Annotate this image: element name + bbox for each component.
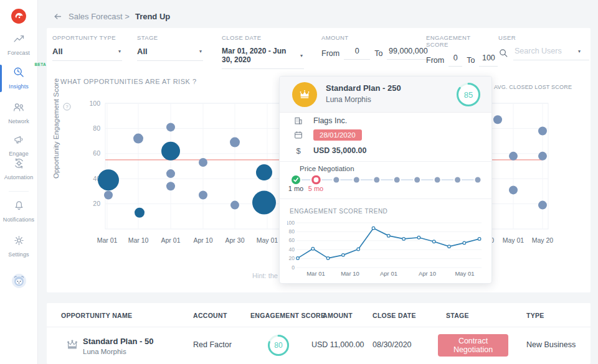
filter-label: OPPORTUNITY TYPE — [52, 34, 122, 41]
type-cell: New Business — [526, 340, 576, 349]
trend-point[interactable] — [417, 236, 420, 239]
opportunity-bubble[interactable] — [252, 191, 276, 215]
opportunity-bubble[interactable] — [98, 169, 119, 190]
filter-label: USER — [498, 34, 589, 41]
stage-dot — [414, 177, 420, 183]
y-axis-tick: 100 — [287, 220, 295, 226]
sidebar-item-network[interactable]: Network — [0, 101, 37, 124]
search-users-input[interactable] — [513, 46, 574, 56]
divider — [280, 198, 493, 199]
opportunity-bubble[interactable] — [199, 158, 207, 167]
svg-text:85: 85 — [464, 90, 473, 100]
stage-button[interactable]: Contract Negotiation — [438, 334, 508, 357]
trend-point[interactable] — [311, 247, 315, 250]
opportunity-bubble[interactable] — [538, 201, 547, 210]
trend-point[interactable] — [387, 235, 391, 238]
trend-point[interactable] — [326, 257, 330, 260]
trend-up-icon — [12, 37, 26, 47]
opportunity-title: Standard Plan - 250 — [326, 83, 401, 93]
opportunity-bubble[interactable] — [256, 164, 272, 180]
stage-dot — [354, 177, 359, 183]
account-cell: Red Factor — [193, 340, 232, 349]
col-header-amount: AMOUNT — [323, 312, 353, 319]
trend-point[interactable] — [448, 245, 451, 248]
breadcrumb-current: Trend Up — [135, 12, 170, 21]
filter-label: CLOSE DATE — [222, 34, 304, 41]
x-axis-tick: Apr 01 — [380, 270, 397, 277]
account-name: Flags Inc. — [313, 116, 347, 125]
trend-point[interactable] — [297, 257, 300, 260]
sidebar-item-forecast[interactable]: Forecast — [0, 32, 37, 56]
amount-from-input[interactable] — [344, 47, 370, 60]
stage-dot — [455, 177, 460, 183]
sidebar-item-engage[interactable]: Engage — [0, 133, 37, 157]
trend-point[interactable] — [478, 238, 481, 241]
bot-avatar[interactable] — [11, 273, 27, 289]
stage-dot-completed — [292, 175, 300, 184]
sidebar-item-label: Notifications — [0, 217, 37, 223]
opportunity-bubble[interactable] — [133, 134, 143, 144]
opportunity-bubble[interactable] — [230, 138, 240, 147]
opportunity-bubble[interactable] — [538, 126, 547, 135]
breadcrumb-path[interactable]: Sales Forecast > — [69, 12, 130, 21]
sidebar-item-insights[interactable]: BETA Insights — [0, 66, 37, 90]
app-logo-icon[interactable] — [11, 8, 27, 24]
trend-point[interactable] — [463, 241, 466, 245]
score-to-input[interactable] — [479, 54, 498, 67]
opportunity-bubble[interactable] — [166, 123, 175, 131]
x-axis-tick: May 01 — [503, 236, 524, 244]
dollar-icon: $ — [293, 146, 303, 156]
user-select[interactable]: ▾ — [513, 46, 589, 60]
opportunity-type-select[interactable]: All▾ — [52, 45, 122, 61]
amount-to-input[interactable] — [387, 47, 429, 60]
opportunity-bubble[interactable] — [538, 152, 547, 161]
trend-point[interactable] — [357, 248, 360, 251]
x-axis-tick: Apr 10 — [419, 270, 436, 277]
stage-select[interactable]: All▾ — [137, 45, 203, 61]
chevron-down-icon: ▾ — [199, 49, 202, 54]
filter-label: ENGAGEMENT SCORE — [426, 34, 490, 48]
trend-point[interactable] — [372, 226, 375, 230]
svg-text:80: 80 — [274, 341, 283, 350]
trend-point[interactable] — [432, 240, 435, 243]
opportunity-bubble[interactable] — [104, 190, 113, 199]
opportunity-bubble[interactable] — [493, 115, 502, 124]
opportunity-bubble[interactable] — [509, 152, 518, 161]
sidebar-item-label: Settings — [0, 251, 37, 258]
filter-close-date: CLOSE DATE Mar 01, 2020 - Jun 30, 2020▾ — [222, 34, 304, 69]
chart-hint: Hint: the — [252, 272, 278, 279]
help-icon[interactable]: ? — [63, 103, 71, 111]
trend-point[interactable] — [402, 238, 406, 241]
opportunity-bubble[interactable] — [230, 201, 239, 210]
opportunity-bubble[interactable] — [135, 208, 145, 218]
opportunity-bubble[interactable] — [509, 185, 518, 194]
automation-gear-icon — [12, 161, 26, 172]
opportunity-bubble[interactable] — [166, 182, 175, 190]
table-row[interactable]: Standard Plan - 50 Luna Morphis Red Fact… — [47, 327, 591, 364]
avg-closed-lost-legend: AVG. CLOSED LOST SCORE — [494, 84, 572, 90]
bell-icon — [12, 203, 26, 214]
filter-amount: AMOUNT From To — [321, 34, 421, 60]
y-axis-tick: 20 — [289, 255, 295, 261]
close-date-badge: 28/01/2020 — [313, 129, 362, 141]
sidebar-item-automation[interactable]: Automation — [0, 157, 37, 180]
x-axis-tick: May 01 — [455, 270, 474, 277]
sidebar-item-label: Engage — [0, 151, 37, 157]
popup-header: Standard Plan - 250 Luna Morphis 85 — [280, 77, 491, 113]
chevron-down-icon: ▾ — [578, 49, 581, 54]
back-arrow-icon[interactable] — [52, 11, 63, 22]
amount-to-label: To — [374, 49, 382, 58]
y-axis-tick: 100 — [89, 100, 100, 107]
chevron-down-icon: ▾ — [118, 49, 121, 54]
sidebar: Forecast BETA Insights Network — [0, 0, 38, 364]
sidebar-item-notifications[interactable]: Notifications — [0, 199, 37, 223]
opportunity-bubble[interactable] — [161, 142, 180, 161]
opportunity-bubble[interactable] — [166, 169, 175, 178]
score-from-input[interactable] — [448, 54, 462, 67]
close-date-select[interactable]: Mar 01, 2020 - Jun 30, 2020▾ — [222, 45, 304, 69]
y-axis-tick: 80 — [93, 124, 100, 132]
trend-point[interactable] — [342, 254, 345, 257]
sidebar-item-settings[interactable]: Settings — [0, 234, 37, 258]
opportunity-bubble[interactable] — [199, 190, 207, 199]
app-root: Forecast BETA Insights Network — [0, 0, 598, 364]
